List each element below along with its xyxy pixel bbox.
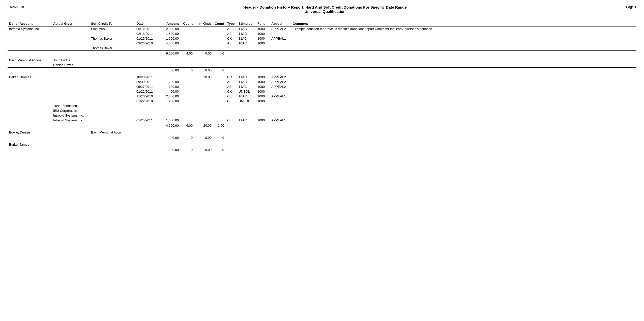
stimulus-cell: 10AC <box>237 94 256 99</box>
col-header-actual-giver: Actual Giver <box>52 21 90 26</box>
col-header-amount: Amount <box>158 21 180 26</box>
col-header-donor-account: Donor Account <box>8 21 52 26</box>
count1-cell <box>180 89 194 94</box>
count2-cell <box>213 36 226 41</box>
actual-giver-cell <box>52 99 90 103</box>
col-header-count1: Count <box>180 21 194 26</box>
comment-cell <box>291 84 636 89</box>
subtotal-amount: 9,000.00 <box>158 51 180 56</box>
appeal-cell <box>270 89 291 94</box>
type-cell <box>226 113 237 118</box>
donor-account-cell <box>8 113 52 118</box>
date-cell: 10/20/2011 <box>135 75 158 79</box>
subtotal-count1: 0 <box>180 68 194 73</box>
table-row: 11/20/20102,000.00CK10AC1000APPEAL1 <box>8 94 636 99</box>
count2-cell <box>213 99 226 103</box>
type-cell: AE <box>226 84 237 89</box>
type-cell <box>226 103 237 108</box>
stimulus-cell <box>237 113 256 118</box>
report-date: 01/26/2018 <box>8 5 24 9</box>
count2-cell <box>213 89 226 94</box>
count1-cell <box>180 84 194 89</box>
table-row: Intrepid Systems Inc.01/25/20111,500.00C… <box>8 118 636 123</box>
amount-cell: 200.00 <box>158 99 180 103</box>
type-cell: AE <box>226 79 237 84</box>
appeal-cell: APPEAL1 <box>270 94 291 99</box>
subtotal-count2: 0 <box>213 68 226 73</box>
amount-cell <box>158 108 180 113</box>
soft-credit-to-cell <box>90 118 135 123</box>
table-row: Thomas Baker01/25/20111,500.00CK11AC1000… <box>8 36 636 41</box>
appeal-cell <box>270 99 291 103</box>
table-row: Denise Bowie <box>8 63 636 68</box>
soft-credit-to-cell: Thomas Baker <box>90 46 135 51</box>
actual-giver-cell <box>52 26 90 31</box>
type-cell: CK <box>226 36 237 41</box>
fund-cell: 1000 <box>256 36 270 41</box>
inkinds-cell <box>194 31 213 36</box>
donor-account-cell <box>8 84 52 89</box>
count1-cell <box>180 99 194 103</box>
actual-giver-cell: Intrepid Systems Inc. <box>52 118 90 123</box>
date-cell: 01/22/2010 <box>135 99 158 103</box>
date-cell <box>135 113 158 118</box>
date-cell: 01/22/2011 <box>135 89 158 94</box>
donor-account-cell <box>8 41 52 46</box>
date-cell: 11/20/2010 <box>135 94 158 99</box>
fund-cell: 1000 <box>256 99 270 103</box>
subtotal-count1: 6.00 <box>180 123 194 128</box>
subtotal-inkinds: 20.00 <box>194 123 213 128</box>
donor-account-cell <box>8 94 52 99</box>
inkinds-cell: 20.00 <box>194 75 213 79</box>
table-row: Intrepid Systems Inc. <box>8 113 636 118</box>
inkinds-cell <box>194 118 213 123</box>
fund-cell: 1000 <box>256 79 270 84</box>
fund-cell: 1000 <box>256 118 270 123</box>
type-cell: HR <box>226 75 237 79</box>
table-row: Intrepid Systems Inc.Elon Musk05/12/2011… <box>8 26 636 31</box>
count2-cell <box>213 94 226 99</box>
inkinds-cell <box>194 103 213 108</box>
soft-credit-to-cell <box>90 75 135 79</box>
actual-giver-cell <box>52 41 90 46</box>
col-header-type: Type <box>226 21 237 26</box>
subtotal-row: 0.0000.000 <box>8 135 636 140</box>
actual-giver-cell: Denise Bowie <box>52 63 90 68</box>
inkinds-cell <box>194 36 213 41</box>
table-row: 02/18/20111,500.00AE11AC1000 <box>8 31 636 36</box>
subtotal-amount: 0.00 <box>158 135 180 140</box>
date-cell <box>135 108 158 113</box>
actual-giver-cell <box>52 94 90 99</box>
comment-cell <box>291 79 636 84</box>
donor-account-cell <box>8 79 52 84</box>
soft-credit-to-cell: Elon Musk <box>90 26 135 31</box>
report-title: Header - Donation History Report, Hard A… <box>24 5 626 14</box>
appeal-cell: APPEAL2 <box>270 26 291 31</box>
actual-giver-cell <box>52 46 90 51</box>
inkinds-cell <box>194 41 213 46</box>
table-row: Trek Foundation <box>8 103 636 108</box>
count1-cell <box>180 36 194 41</box>
count2-cell <box>213 31 226 36</box>
count2-cell <box>213 118 226 123</box>
comment-cell <box>291 31 636 36</box>
inkinds-cell <box>194 113 213 118</box>
fund-cell: 1000 <box>256 89 270 94</box>
subtotal-inkinds: 0.00 <box>194 51 213 56</box>
stimulus-cell: 11AC <box>237 26 256 31</box>
actual-giver-cell <box>52 130 90 135</box>
soft-credit-to-cell <box>90 113 135 118</box>
comment-cell <box>291 94 636 99</box>
stimulus-cell: 11AC <box>237 31 256 36</box>
table-row: 01/22/2011400.00CKUNSOL1000 <box>8 89 636 94</box>
table-row: 01/22/2010200.00CKUNSOL1000 <box>8 99 636 103</box>
fund-cell: 1000 <box>256 41 270 46</box>
appeal-cell: APPEAL2 <box>270 84 291 89</box>
soft-credit-to-cell <box>90 89 135 94</box>
stimulus-cell: UNSOL <box>237 99 256 103</box>
subtotal-amount: 0.00 <box>158 68 180 73</box>
date-cell: 01/25/2011 <box>135 118 158 123</box>
subtotal-inkinds: 0.00 <box>194 147 213 152</box>
type-cell: CK <box>226 94 237 99</box>
date-cell <box>135 103 158 108</box>
